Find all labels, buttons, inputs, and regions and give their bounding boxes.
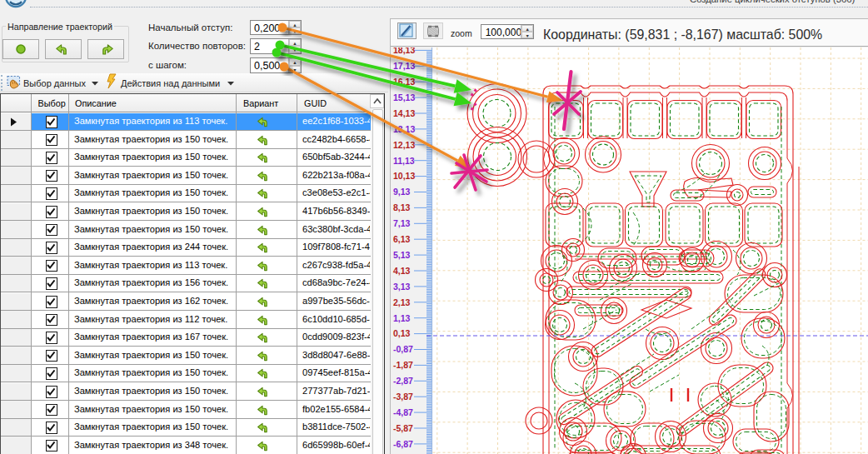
svg-text:11,13: 11,13 <box>393 156 415 166</box>
svg-text:8,13: 8,13 <box>393 202 411 212</box>
svg-text:12,13: 12,13 <box>393 140 415 150</box>
svg-text:7,13: 7,13 <box>393 218 411 228</box>
svg-text:2,13: 2,13 <box>393 297 411 307</box>
svg-text:3,13: 3,13 <box>393 282 411 292</box>
svg-text:6,13: 6,13 <box>393 234 411 244</box>
svg-text:-3,87: -3,87 <box>393 392 413 402</box>
svg-text:17,13: 17,13 <box>393 61 415 71</box>
svg-text:14,13: 14,13 <box>393 108 415 118</box>
svg-text:-2,87: -2,87 <box>393 376 413 386</box>
svg-text:4,13: 4,13 <box>393 266 411 276</box>
svg-text:16,13: 16,13 <box>393 77 415 87</box>
svg-text:-6,87: -6,87 <box>393 439 413 449</box>
svg-text:13,13: 13,13 <box>393 124 415 134</box>
svg-text:10,13: 10,13 <box>393 171 415 181</box>
svg-text:0,13: 0,13 <box>393 328 411 338</box>
svg-text:15,13: 15,13 <box>393 92 415 102</box>
svg-text:5,13: 5,13 <box>393 250 411 260</box>
svg-text:9,13: 9,13 <box>393 187 411 197</box>
svg-text:-4,87: -4,87 <box>393 407 413 417</box>
svg-text:1,13: 1,13 <box>393 313 411 323</box>
svg-text:-1,87: -1,87 <box>393 360 413 370</box>
svg-text:-0,87: -0,87 <box>393 344 413 354</box>
svg-text:18,13: 18,13 <box>393 47 415 55</box>
svg-text:-5,87: -5,87 <box>393 423 413 433</box>
